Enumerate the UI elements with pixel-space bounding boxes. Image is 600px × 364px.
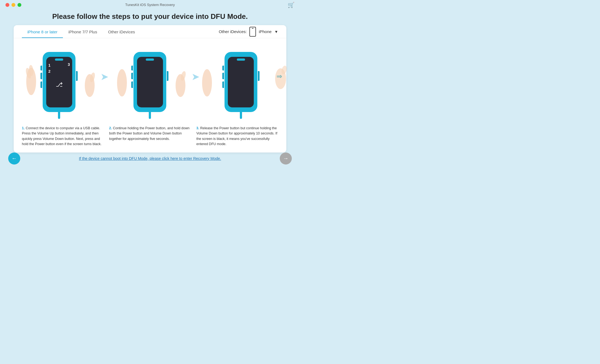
btn-volume-up <box>40 66 42 71</box>
hand-left-3 <box>202 65 212 99</box>
btn-left-2 <box>131 66 133 71</box>
hand-right-1 <box>84 71 95 99</box>
btn-left-bot-2 <box>131 81 133 88</box>
step-2-num: 2. <box>109 126 112 130</box>
phone-screen-1: 1 2 3 ⎇ <box>46 57 72 107</box>
phone-body-1: 1 2 3 ⎇ <box>43 52 75 112</box>
step-numbers-1: 1 2 <box>48 62 51 75</box>
btn-left-mid-3 <box>222 73 224 79</box>
step-1-num: 1. <box>22 126 25 130</box>
svg-point-8 <box>202 69 212 96</box>
btn-left-mid-2 <box>131 73 133 79</box>
recovery-mode-link[interactable]: If the device cannot boot into DFU Mode,… <box>79 156 221 161</box>
device-type-label: iPhone <box>259 29 272 34</box>
arrow-2: ➤ <box>187 44 204 83</box>
btn-volume-down-mid <box>40 73 42 79</box>
btn-power-1 <box>76 71 78 81</box>
hand-right-3 <box>274 65 287 91</box>
hand-left-1 <box>26 65 37 99</box>
step-1-desc: 1. Connect the device to computer via a … <box>22 126 104 147</box>
step-2-phone <box>128 44 172 120</box>
phone-notch-2 <box>146 58 154 61</box>
step-1-column: 1 2 3 ⎇ <box>22 44 96 120</box>
phone-body-3 <box>225 52 257 112</box>
step-num-3: 3 <box>68 62 70 67</box>
device-icon <box>249 27 256 37</box>
tabs-row: iPhone 8 or later iPhone 7/7 Plus Other … <box>14 25 286 38</box>
title-bar: TunesKit iOS System Recovery 🛒 <box>0 0 300 10</box>
btn-power-3 <box>258 71 260 81</box>
phone-screen-3 <box>228 57 254 107</box>
step-arrow-icon-2: ➤ <box>191 71 200 83</box>
dropdown-arrow-icon[interactable]: ▼ <box>274 30 278 34</box>
maximize-button[interactable] <box>18 3 21 7</box>
app-title: TunesKit iOS System Recovery <box>125 3 175 7</box>
content-card: iPhone 8 or later iPhone 7/7 Plus Other … <box>14 25 286 152</box>
steps-area: 1 2 3 ⎇ ➤ <box>14 38 286 123</box>
descriptions-area: 1. Connect the device to computer via a … <box>14 123 286 152</box>
cart-icon[interactable]: 🛒 <box>288 2 295 8</box>
step-3-text: Release the Power button but continue ho… <box>196 126 277 146</box>
other-devices-selector: Other iDevices: iPhone ▼ <box>219 27 278 37</box>
step-3-num: 3. <box>196 126 199 130</box>
phone-cable-2 <box>149 112 151 119</box>
step-1-phone: 1 2 3 ⎇ <box>37 44 81 120</box>
arrow-1: ➤ <box>96 44 113 83</box>
back-button[interactable]: ← <box>8 152 20 165</box>
step-3-desc: 3. Release the Power button but continue… <box>196 126 278 147</box>
phone-cable-1 <box>58 112 60 119</box>
hand-right-2 <box>175 71 186 99</box>
tab-other-idevices[interactable]: Other iDevices <box>103 25 140 38</box>
usb-icon: ⎇ <box>56 81 63 88</box>
btn-volume-down-bot <box>40 81 42 88</box>
tab-iphone8[interactable]: iPhone 8 or later <box>22 25 63 38</box>
footer: ← If the device cannot boot into DFU Mod… <box>0 152 300 165</box>
step-2-column <box>113 44 187 120</box>
page-title: Please follow the steps to put your devi… <box>0 10 300 25</box>
step-2-text: Continue holding the Power button, and h… <box>109 126 190 141</box>
minimize-button[interactable] <box>11 3 15 7</box>
btn-left-bot-3 <box>222 81 224 88</box>
step-2-desc: 2. Continue holding the Power button, an… <box>109 126 191 147</box>
phone-body-2 <box>133 52 166 112</box>
close-button[interactable] <box>5 3 9 7</box>
traffic-lights <box>5 3 21 7</box>
phone-notch-1 <box>55 58 63 61</box>
step-1-text: Connect the device to computer via a USB… <box>22 126 101 146</box>
svg-point-5 <box>117 69 127 96</box>
tab-iphone7[interactable]: iPhone 7/7 Plus <box>63 25 103 38</box>
step-3-column: ⇒ <box>204 44 278 120</box>
step-3-phone: ⇒ <box>214 44 268 120</box>
phone-cable-3 <box>240 112 242 119</box>
hand-left-2 <box>116 65 127 99</box>
next-button[interactable]: → <box>280 152 292 165</box>
step-arrow-icon-1: ➤ <box>100 71 109 83</box>
btn-power-2 <box>167 71 168 81</box>
other-devices-label: Other iDevices: <box>219 29 247 34</box>
btn-left-3 <box>222 66 224 71</box>
phone-screen-2 <box>137 57 163 107</box>
phone-notch-3 <box>237 58 245 61</box>
